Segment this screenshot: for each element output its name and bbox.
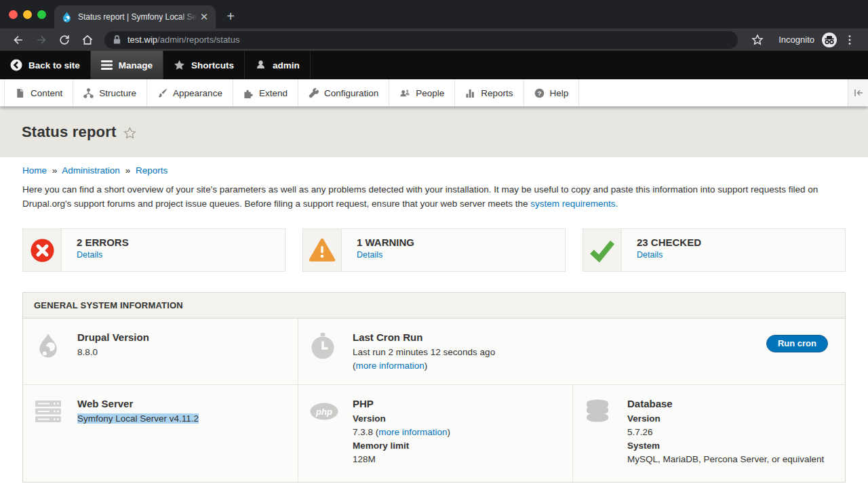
hamburger-icon [101,60,113,70]
breadcrumb-home[interactable]: Home [22,165,47,176]
url-path: /admin/reports/status [157,35,239,45]
new-tab-button[interactable]: + [221,7,240,26]
favorite-star-icon[interactable] [123,127,136,140]
drupal-version-value: 8.8.0 [77,346,149,359]
last-cron-run-title: Last Cron Run [353,331,495,343]
user-menu-button[interactable]: admin [245,51,311,79]
warning-icon [309,238,336,262]
database-icon [585,399,610,426]
menu-item-help[interactable]: ? Help [524,79,580,106]
window-zoom-button[interactable] [37,10,46,19]
address-bar[interactable]: test.wip/admin/reports/status [104,31,738,49]
people-icon [399,88,410,98]
warnings-count: 1 WARNING [357,237,414,248]
web-server-cell: Web Server Symfony Local Server v4.11.2 [23,385,298,482]
incognito-label: Incognito [778,35,814,45]
breadcrumb-separator: » [125,165,131,176]
error-icon [30,238,55,263]
panel-heading: GENERAL SYSTEM INFORMATION [23,293,845,319]
breadcrumb-reports[interactable]: Reports [136,165,167,176]
web-server-value: Symfony Local Server v4.11.2 [77,413,199,424]
url-host: test.wip [127,35,157,45]
errors-card: 2 ERRORS Details [22,228,285,272]
breadcrumb-separator: » [52,165,58,176]
php-title: PHP [353,398,450,409]
star-icon [174,60,185,71]
tray-collapse-button[interactable] [848,79,868,106]
puzzle-icon [243,88,254,98]
svg-text:php: php [315,407,332,417]
cron-more-information: (more information) [353,359,495,373]
drupal-version-title: Drupal Version [77,331,149,343]
database-version-value: 5.7.26 [627,426,824,439]
paintbrush-icon [157,88,167,98]
tab-close-icon[interactable]: ✕ [198,11,210,23]
php-version-value: 7.3.8 (more information) [353,426,450,439]
window-close-button[interactable] [9,10,18,19]
reload-icon[interactable] [58,33,71,47]
svg-text:?: ? [537,89,541,96]
sitemap-icon [83,88,94,98]
last-cron-run-cell: Last Cron Run Last run 2 minutes 12 seco… [298,319,845,384]
system-requirements-link[interactable]: system requirements. [530,199,618,209]
page-content: Home » Administration » Reports Here you… [0,165,868,483]
manage-button[interactable]: Manage [91,51,163,79]
menu-item-reports[interactable]: Reports [455,79,524,106]
breadcrumb-administration[interactable]: Administration [62,165,120,176]
checked-count: 23 CHECKED [637,237,701,248]
php-memory-label: Memory limit [353,439,450,453]
back-to-site-button[interactable]: Back to site [0,51,91,79]
document-icon [15,88,25,98]
bookmark-star-icon[interactable] [751,33,764,47]
errors-count: 2 ERRORS [77,237,129,248]
menu-item-content[interactable]: Content [4,79,73,106]
forward-icon[interactable] [35,33,48,47]
tab-strip: Status report | Symfony Local Se ✕ + [0,0,868,28]
checked-icon [589,238,615,262]
database-system-value: MySQL, MariaDB, Percona Server, or equiv… [627,453,824,466]
cron-more-information-link[interactable]: more information [356,361,425,371]
bar-chart-icon [465,88,475,98]
php-icon: php [310,403,338,420]
run-cron-button[interactable]: Run cron [766,335,828,352]
warnings-details-link[interactable]: Details [357,250,382,260]
general-system-information-panel: GENERAL SYSTEM INFORMATION Drupal Versio… [22,292,846,483]
database-title: Database [627,398,824,409]
database-system-label: System [627,439,824,453]
checked-details-link[interactable]: Details [637,250,663,260]
php-cell: php PHP Version 7.3.8 (more information)… [298,385,573,482]
drupal-admin-menu: Content Structure Appearance Extend Conf… [0,79,868,106]
browser-tab[interactable]: Status report | Symfony Local Se ✕ [54,5,216,28]
home-icon[interactable] [81,33,94,47]
drupal-drop-icon [35,332,62,361]
menu-item-extend[interactable]: Extend [233,79,298,106]
shortcuts-button[interactable]: Shortcuts [163,51,245,79]
window-minimize-button[interactable] [23,10,32,19]
collapse-arrow-icon [854,89,863,97]
database-version-label: Version [627,412,824,426]
web-server-title: Web Server [77,398,199,409]
drupal-favicon-icon [61,12,73,23]
help-icon: ? [534,88,545,98]
back-icon[interactable] [12,33,25,47]
drupal-version-cell: Drupal Version 8.8.0 [23,319,298,384]
menu-item-people[interactable]: People [389,79,455,106]
menu-item-structure[interactable]: Structure [73,79,147,106]
menu-item-appearance[interactable]: Appearance [147,79,233,106]
page-title: Status report [22,123,117,141]
server-stack-icon [35,399,62,424]
php-more-information-link[interactable]: more information [378,427,447,437]
errors-details-link[interactable]: Details [77,250,102,260]
clock-icon [310,332,336,361]
php-version-label: Version [353,412,450,426]
back-to-site-icon [10,59,22,71]
database-cell: Database Version 5.7.26 System MySQL, Ma… [573,385,845,482]
checked-card: 23 CHECKED Details [583,228,846,272]
php-memory-value: 128M [353,453,450,466]
browser-window: Status report | Symfony Local Se ✕ + tes… [0,0,868,51]
macos-traffic-lights [9,10,46,19]
browser-menu-icon[interactable] [843,33,856,47]
menu-item-configuration[interactable]: Configuration [298,79,389,106]
breadcrumb: Home » Administration » Reports [22,165,846,176]
drupal-admin-toolbar: Back to site Manage Shortcuts admin [0,51,868,79]
